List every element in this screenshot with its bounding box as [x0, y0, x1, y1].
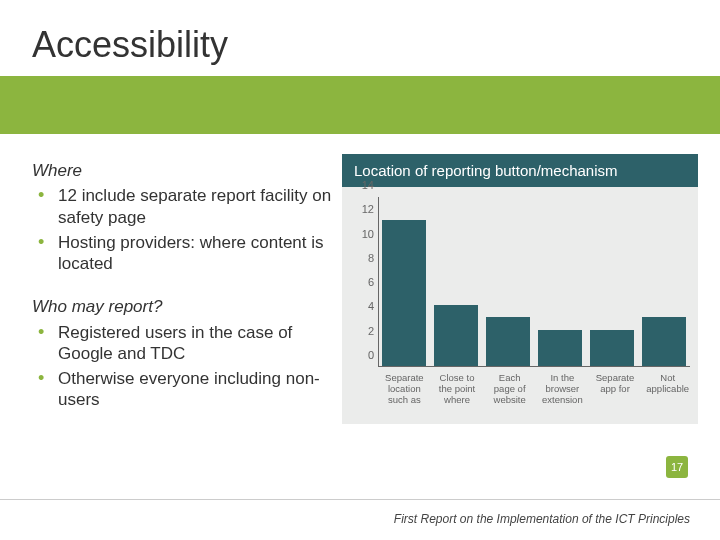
- chart-bar: [538, 330, 582, 366]
- chart-x-label: In the browser extension: [540, 373, 585, 406]
- chart-y-tick: 6: [350, 276, 374, 288]
- chart-y-tick: 14: [350, 179, 374, 191]
- chart-x-label: Separate location such as: [382, 373, 427, 406]
- chart-y-tick: 10: [350, 228, 374, 240]
- chart-bar: [642, 317, 686, 366]
- chart-bar: [486, 317, 530, 366]
- list-item: 12 include separate report facility on s…: [32, 185, 332, 228]
- chart-x-label: Not applicable: [645, 373, 690, 406]
- section-heading: Where: [32, 160, 332, 181]
- chart-plot: 02468101214: [350, 197, 690, 367]
- list-item: Registered users in the case of Google a…: [32, 322, 332, 365]
- page-number: 17: [671, 461, 683, 473]
- bullet-list: 12 include separate report facility on s…: [32, 185, 332, 274]
- chart-x-label: Each page of website: [487, 373, 532, 406]
- bullet-list: Registered users in the case of Google a…: [32, 322, 332, 411]
- chart-y-axis: 02468101214: [350, 197, 374, 367]
- chart-bars: [382, 197, 686, 366]
- page-number-badge: 17: [666, 456, 688, 478]
- chart-y-tick: 4: [350, 300, 374, 312]
- slide: Accessibility Where 12 include separate …: [0, 0, 720, 540]
- chart-y-tick: 2: [350, 325, 374, 337]
- chart-y-tick: 12: [350, 203, 374, 215]
- chart-y-tick: 0: [350, 349, 374, 361]
- chart: Location of reporting button/mechanism 0…: [342, 154, 698, 424]
- chart-x-label: Close to the point where: [435, 373, 480, 406]
- chart-bar: [434, 305, 478, 366]
- list-item: Hosting providers: where content is loca…: [32, 232, 332, 275]
- chart-x-label: Separate app for: [593, 373, 638, 406]
- text-content: Where 12 include separate report facilit…: [32, 160, 332, 433]
- list-item: Otherwise everyone including non-users: [32, 368, 332, 411]
- header-band: [0, 76, 720, 134]
- footer-divider: [0, 499, 720, 500]
- chart-bar: [590, 330, 634, 366]
- footer: First Report on the Implementation of th…: [394, 512, 690, 526]
- chart-x-axis-line: [378, 366, 690, 367]
- page-title: Accessibility: [32, 24, 228, 66]
- chart-x-labels: Separate location such asClose to the po…: [382, 373, 690, 406]
- chart-y-tick: 8: [350, 252, 374, 264]
- chart-title: Location of reporting button/mechanism: [342, 154, 698, 187]
- chart-y-axis-line: [378, 197, 379, 367]
- chart-bar: [382, 220, 426, 366]
- section-heading: Who may report?: [32, 296, 332, 317]
